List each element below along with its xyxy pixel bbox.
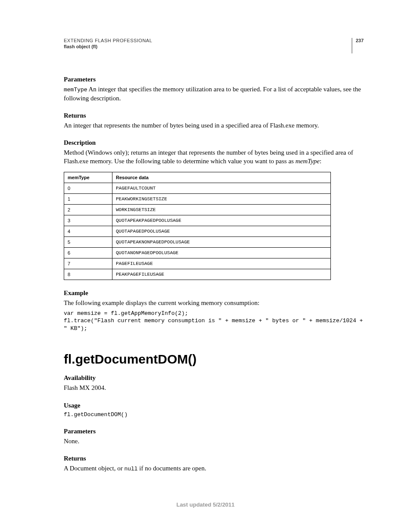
heading-parameters: Parameters bbox=[64, 76, 364, 83]
cell-resource: PEAKWORKINGSETSIZE bbox=[112, 193, 331, 204]
returns2-code: null bbox=[124, 466, 137, 472]
header-left: EXTENDING FLASH PROFESSIONAL flash objec… bbox=[64, 38, 152, 49]
heading-example: Example bbox=[64, 289, 364, 297]
table-row: 3QUOTAPEAKPAGEDPOOLUSAGE bbox=[64, 215, 331, 226]
cell-resource: PAGEFAULTCOUNT bbox=[112, 183, 331, 193]
table-row: 5QUOTAPEAKNONPAGEDPOOLUSAGE bbox=[64, 236, 331, 247]
parameters2-body: None. bbox=[64, 437, 364, 445]
cell-memtype: 8 bbox=[64, 269, 112, 280]
heading-parameters-2: Parameters bbox=[64, 428, 364, 435]
availability-body: Flash MX 2004. bbox=[64, 383, 364, 392]
usage-code: fl.getDocumentDOM() bbox=[64, 411, 364, 419]
cell-memtype: 6 bbox=[64, 247, 112, 258]
table-row: 8PEAKPAGEFILEUSAGE bbox=[64, 269, 331, 280]
cell-memtype: 1 bbox=[64, 193, 112, 204]
heading-description: Description bbox=[64, 139, 364, 146]
page-content: EXTENDING FLASH PROFESSIONAL flash objec… bbox=[0, 0, 411, 473]
cell-memtype: 2 bbox=[64, 204, 112, 215]
cell-memtype: 7 bbox=[64, 258, 112, 269]
table-row: 7PAGEFILEUSAGE bbox=[64, 258, 331, 269]
cell-memtype: 3 bbox=[64, 215, 112, 226]
memtype-table: memType Resource data 0PAGEFAULTCOUNT 1P… bbox=[64, 172, 331, 280]
th-resource-data: Resource data bbox=[112, 172, 331, 183]
th-memtype: memType bbox=[64, 172, 112, 183]
cell-resource: WORKINGSETSIZE bbox=[112, 204, 331, 215]
description-post: : bbox=[320, 158, 321, 165]
returns-body: An integer that represents the number of… bbox=[64, 121, 364, 130]
cell-memtype: 5 bbox=[64, 236, 112, 247]
page-header: EXTENDING FLASH PROFESSIONAL flash objec… bbox=[64, 38, 364, 53]
table-row: 1PEAKWORKINGSETSIZE bbox=[64, 193, 331, 204]
returns2-pre: A Document object, or bbox=[64, 465, 124, 472]
page-footer: Last updated 5/2/2011 bbox=[0, 501, 411, 508]
table-row: 4QUOTAPAGEDPOOLUSAGE bbox=[64, 226, 331, 236]
header-subtitle: flash object (fl) bbox=[64, 44, 152, 49]
param-memtype-term: memType bbox=[64, 87, 87, 93]
parameters-body-text: An integer that specifies the memory uti… bbox=[64, 86, 361, 102]
header-title: EXTENDING FLASH PROFESSIONAL bbox=[64, 38, 152, 43]
heading-returns-2: Returns bbox=[64, 455, 364, 462]
table-row: 0PAGEFAULTCOUNT bbox=[64, 183, 331, 193]
cell-resource: QUOTAPEAKPAGEDPOOLUSAGE bbox=[112, 215, 331, 226]
description-italic: memType bbox=[296, 158, 320, 165]
cell-resource: PAGEFILEUSAGE bbox=[112, 258, 331, 269]
page-number-bar bbox=[352, 38, 352, 53]
parameters-body: memType An integer that specifies the me… bbox=[64, 85, 364, 103]
cell-memtype: 4 bbox=[64, 226, 112, 236]
cell-resource: QUOTANONPAGEDPOOLUSAGE bbox=[112, 247, 331, 258]
table-header-row: memType Resource data bbox=[64, 172, 331, 183]
heading-returns: Returns bbox=[64, 112, 364, 119]
cell-memtype: 0 bbox=[64, 183, 112, 193]
table-row: 2WORKINGSETSIZE bbox=[64, 204, 331, 215]
cell-resource: PEAKPAGEFILEUSAGE bbox=[112, 269, 331, 280]
page-number-wrap: 237 bbox=[352, 38, 364, 53]
example-body: The following example displays the curre… bbox=[64, 299, 364, 307]
method-title: fl.getDocumentDOM() bbox=[64, 352, 364, 367]
returns2-post: if no documents are open. bbox=[138, 465, 206, 472]
description-body: Method (Windows only); returns an intege… bbox=[64, 148, 364, 166]
heading-availability: Availability bbox=[64, 374, 364, 382]
heading-usage: Usage bbox=[64, 402, 364, 409]
table-row: 6QUOTANONPAGEDPOOLUSAGE bbox=[64, 247, 331, 258]
example-code: var memsize = fl.getAppMemoryInfo(2); fl… bbox=[64, 310, 364, 333]
cell-resource: QUOTAPEAKNONPAGEDPOOLUSAGE bbox=[112, 236, 331, 247]
returns2-body: A Document object, or null if no documen… bbox=[64, 464, 364, 473]
cell-resource: QUOTAPAGEDPOOLUSAGE bbox=[112, 226, 331, 236]
page-number: 237 bbox=[356, 38, 364, 43]
